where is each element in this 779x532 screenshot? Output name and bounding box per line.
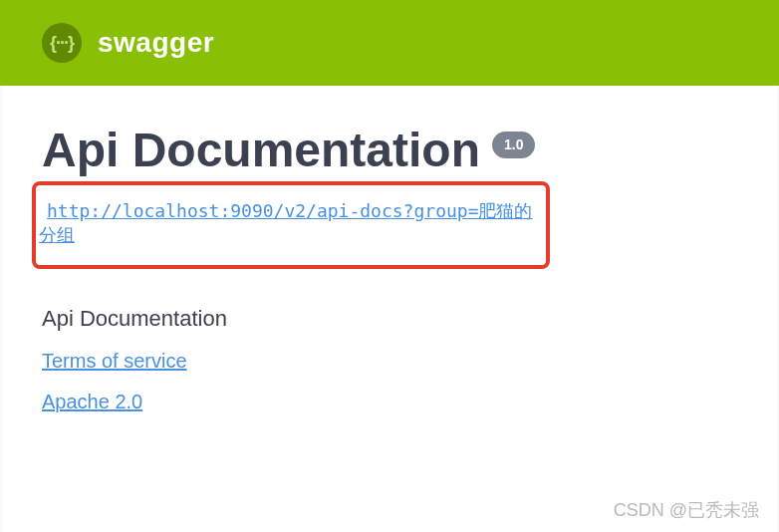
api-description: Api Documentation (42, 306, 737, 332)
title-row: Api Documentation 1.0 (42, 126, 737, 175)
license-row: Apache 2.0 (42, 391, 737, 413)
terms-row: Terms of service (42, 350, 737, 373)
swagger-logo-icon: {···} (42, 23, 82, 63)
api-docs-link[interactable]: http://localhost:9090/v2/api-docs?group=… (39, 200, 532, 245)
logo-glyph: {···} (50, 33, 74, 54)
version-badge: 1.0 (492, 132, 535, 158)
app-header: {···} swagger (0, 0, 779, 86)
page-title: Api Documentation (42, 126, 480, 175)
terms-of-service-link[interactable]: Terms of service (42, 350, 187, 372)
content-area: Api Documentation 1.0 [ Base URL: localh… (2, 86, 777, 532)
watermark: CSDN @已秃未强 (614, 498, 759, 522)
highlight-annotation: http://localhost:9090/v2/api-docs?group=… (32, 181, 550, 269)
license-link[interactable]: Apache 2.0 (42, 391, 142, 412)
brand-name: swagger (98, 27, 214, 59)
